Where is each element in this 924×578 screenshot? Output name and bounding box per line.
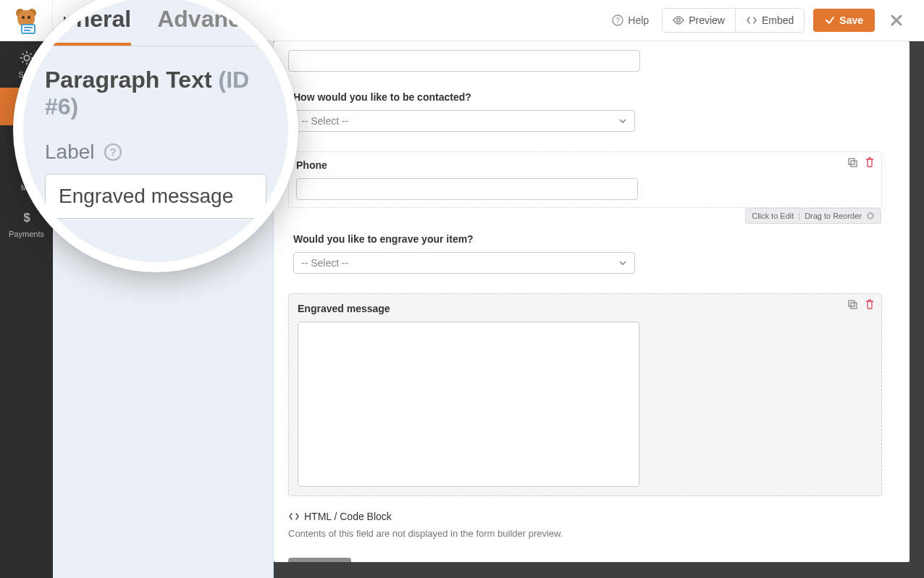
tab-advanced[interactable]: Advanc (157, 6, 241, 46)
lens-content: General Advanc Paragraph Text (ID #6) La… (23, 0, 288, 262)
svg-rect-5 (22, 25, 35, 33)
field-actions (847, 156, 875, 168)
label-value: Engraved message (59, 185, 233, 207)
select-placeholder: -- Select -- (301, 257, 348, 269)
trash-icon[interactable] (864, 298, 875, 310)
hint-sep: | (798, 211, 800, 220)
close-button[interactable] (889, 13, 904, 28)
eye-icon (673, 14, 684, 26)
field-type-title: Paragraph Text (ID #6) (23, 46, 288, 120)
embed-label: Embed (762, 14, 794, 26)
field-hint: Click to Edit | Drag to Reorder (745, 208, 881, 224)
svg-text:?: ? (109, 146, 116, 158)
field-engrave-question[interactable]: Would you like to engrave your item? -- … (288, 228, 640, 279)
phone-input[interactable] (296, 178, 638, 200)
app-logo (0, 0, 53, 41)
svg-rect-21 (851, 303, 857, 309)
engrave-q-label: Would you like to engrave your item? (293, 233, 635, 245)
svg-text:?: ? (616, 17, 621, 25)
field-phone[interactable]: Phone Click to Edit | Drag to Reorder (288, 151, 882, 208)
chevron-down-icon (618, 117, 627, 125)
preview-label: Preview (689, 14, 725, 26)
help-icon: ? (612, 14, 623, 26)
svg-rect-18 (851, 161, 857, 167)
phone-label: Phone (296, 159, 874, 171)
html-block-label: HTML / Code Block (304, 511, 392, 522)
field-type-name: Paragraph Text (45, 67, 212, 93)
engrave-select[interactable]: -- Select -- (293, 252, 635, 274)
save-button[interactable]: Save (813, 9, 875, 32)
bear-logo-icon (12, 6, 41, 35)
engraved-label: Engraved message (298, 303, 873, 314)
name-input-preview[interactable] (288, 50, 640, 72)
field-contact-method[interactable]: How would you like to be contacted? -- S… (288, 86, 640, 137)
contact-label: How would you like to be contacted? (293, 91, 635, 103)
help-icon[interactable]: ? (104, 143, 122, 162)
svg-rect-17 (849, 159, 854, 164)
html-code-block[interactable]: HTML / Code Block (288, 511, 640, 522)
label-row: Label ? (23, 120, 288, 164)
label-caption: Label (45, 141, 95, 164)
html-note: Contents of this field are not displayed… (288, 528, 640, 539)
dollar-icon: $ (19, 209, 35, 225)
code-icon (288, 511, 300, 522)
field-engraved-message[interactable]: Engraved message (288, 293, 882, 496)
hint-drag: Drag to Reorder (805, 211, 862, 220)
help-label: Help (628, 14, 649, 26)
code-icon (746, 14, 757, 26)
hint-edit: Click to Edit (752, 211, 794, 220)
select-placeholder: -- Select -- (301, 115, 348, 127)
submit-button[interactable]: Submit (288, 558, 351, 562)
embed-button[interactable]: Embed (735, 9, 804, 32)
preview-embed-group: Preview Embed (662, 8, 805, 33)
form-canvas: How would you like to be contacted? -- S… (274, 41, 910, 562)
contact-select[interactable]: -- Select -- (293, 110, 635, 132)
check-icon (825, 15, 835, 25)
duplicate-icon[interactable] (847, 298, 858, 310)
svg-text:$: $ (23, 211, 30, 224)
help-link[interactable]: ? Help (612, 14, 649, 26)
svg-point-11 (24, 55, 29, 60)
rail-payments-label: Payments (9, 230, 44, 238)
duplicate-icon[interactable] (847, 156, 858, 168)
svg-point-3 (22, 16, 25, 19)
chevron-down-icon (618, 259, 627, 267)
field-actions (847, 298, 875, 310)
svg-rect-20 (849, 301, 854, 306)
engraved-textarea[interactable] (298, 322, 639, 487)
save-label: Save (839, 14, 863, 26)
magnifier-lens: General Advanc Paragraph Text (ID #6) La… (13, 0, 298, 272)
svg-point-10 (677, 19, 680, 22)
trash-icon[interactable] (864, 156, 875, 168)
topbar-actions: ? Help Preview Embed Save (612, 8, 924, 33)
svg-point-4 (28, 16, 30, 19)
form-column: How would you like to be contacted? -- S… (288, 41, 640, 562)
close-icon (889, 13, 904, 28)
preview-button[interactable]: Preview (663, 9, 735, 32)
close-hint-icon[interactable] (866, 211, 875, 220)
label-input[interactable]: Engraved message (45, 174, 266, 219)
